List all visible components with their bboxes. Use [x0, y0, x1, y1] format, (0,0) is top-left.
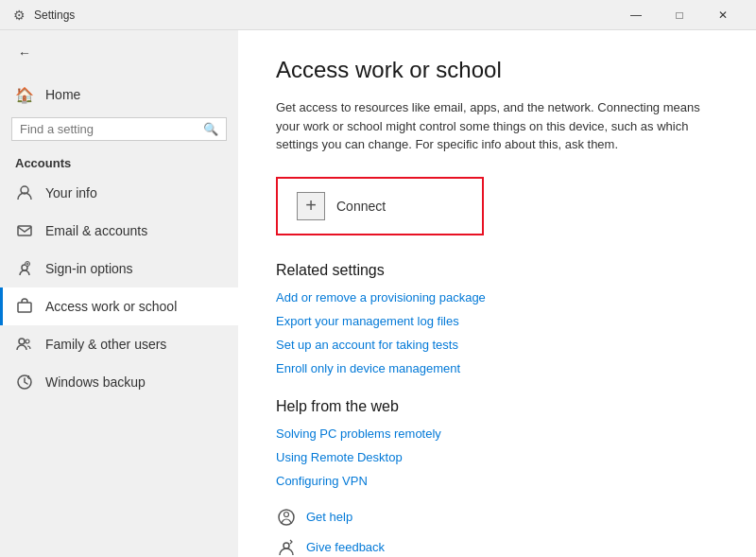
window-controls: — □ ✕: [614, 0, 745, 30]
minimize-button[interactable]: —: [614, 0, 658, 30]
svg-point-8: [284, 512, 289, 516]
sidebar-item-sign-in[interactable]: Sign-in options: [0, 250, 238, 287]
give-feedback-item[interactable]: Give feedback: [276, 537, 718, 558]
device-management-link[interactable]: Enroll only in device management: [276, 361, 718, 375]
maximize-button[interactable]: □: [658, 0, 701, 30]
sign-in-label: Sign-in options: [45, 261, 133, 276]
sidebar-nav-top: ←: [0, 30, 238, 76]
sidebar-item-your-info[interactable]: Your info: [0, 174, 238, 212]
connect-plus-icon: +: [297, 192, 325, 220]
svg-rect-1: [18, 226, 31, 235]
svg-point-6: [26, 339, 29, 343]
windows-backup-label: Windows backup: [45, 374, 146, 390]
svg-point-9: [284, 543, 289, 548]
sidebar-item-home[interactable]: 🏠 Home: [0, 76, 238, 113]
backup-icon: [15, 373, 34, 392]
sidebar-item-email-accounts[interactable]: Email & accounts: [0, 212, 238, 250]
settings-icon: ⚙: [11, 8, 26, 23]
home-icon: 🏠: [15, 85, 34, 104]
related-settings-heading: Related settings: [276, 262, 718, 279]
svg-rect-4: [18, 303, 31, 312]
bottom-links: Get help Give feedback: [276, 507, 718, 558]
home-label: Home: [45, 87, 80, 102]
sidebar-item-family[interactable]: Family & other users: [0, 325, 238, 363]
svg-point-5: [19, 339, 25, 344]
close-button[interactable]: ✕: [701, 0, 745, 30]
access-work-label: Access work or school: [45, 299, 177, 314]
sign-in-icon: [15, 259, 34, 278]
management-log-link[interactable]: Export your management log files: [276, 314, 718, 328]
back-button[interactable]: ←: [11, 40, 38, 66]
get-help-item[interactable]: Get help: [276, 507, 718, 528]
sidebar: ← 🏠 Home 🔍 Accounts Your info: [0, 30, 238, 557]
get-help-icon: [276, 507, 297, 528]
email-icon: [15, 221, 34, 240]
connect-button[interactable]: + Connect: [276, 177, 484, 235]
search-icon: 🔍: [203, 122, 218, 136]
give-feedback-label: Give feedback: [306, 540, 385, 554]
sidebar-item-access-work[interactable]: Access work or school: [0, 287, 238, 325]
title-bar-text: Settings: [34, 9, 614, 22]
search-input[interactable]: [20, 122, 198, 136]
sidebar-section-label: Accounts: [0, 148, 238, 174]
provisioning-package-link[interactable]: Add or remove a provisioning package: [276, 290, 718, 305]
help-heading: Help from the web: [276, 398, 718, 415]
access-work-icon: [15, 297, 34, 316]
remote-desktop-link[interactable]: Using Remote Desktop: [276, 450, 718, 464]
page-title: Access work or school: [276, 57, 718, 83]
configuring-vpn-link[interactable]: Configuring VPN: [276, 474, 718, 488]
main-container: ← 🏠 Home 🔍 Accounts Your info: [0, 30, 756, 557]
give-feedback-icon: [276, 537, 297, 558]
content-area: Access work or school Get access to reso…: [238, 30, 756, 557]
your-info-icon: [15, 183, 34, 202]
help-section: Help from the web Solving PC problems re…: [276, 398, 718, 488]
family-label: Family & other users: [45, 337, 166, 352]
connect-label: Connect: [336, 199, 386, 214]
account-taking-tests-link[interactable]: Set up an account for taking tests: [276, 338, 718, 352]
email-accounts-label: Email & accounts: [45, 223, 147, 238]
family-icon: [15, 335, 34, 354]
solving-pc-problems-link[interactable]: Solving PC problems remotely: [276, 426, 718, 441]
page-description: Get access to resources like email, apps…: [276, 98, 718, 154]
get-help-label: Get help: [306, 510, 352, 524]
title-bar: ⚙ Settings — □ ✕: [0, 0, 756, 30]
search-box[interactable]: 🔍: [11, 117, 227, 141]
sidebar-item-windows-backup[interactable]: Windows backup: [0, 363, 238, 401]
your-info-label: Your info: [45, 185, 97, 200]
